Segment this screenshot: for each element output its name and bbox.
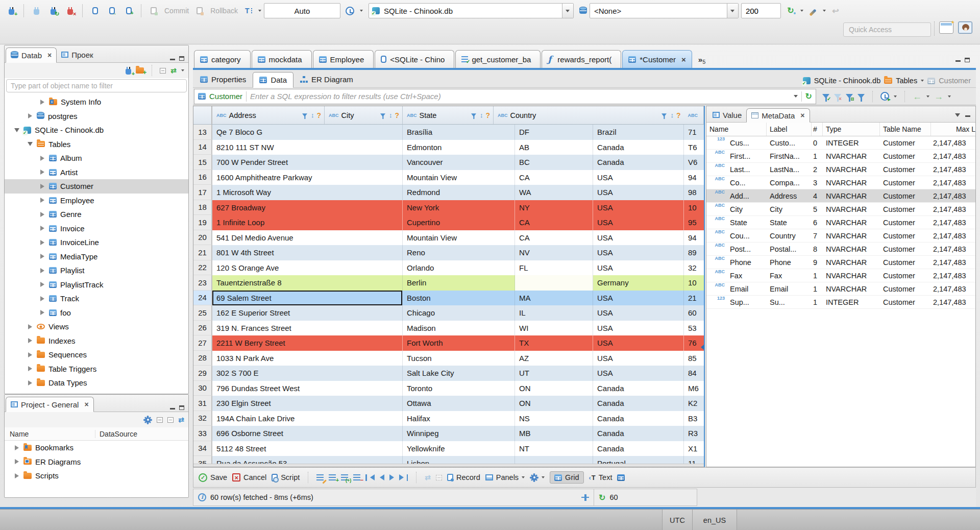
metadata-row[interactable]: 123Cus... Custo... 0 INTEGER Customer 2,…: [706, 136, 975, 150]
column-header[interactable]: ABC ↕ ?: [684, 106, 704, 124]
minimize-button[interactable]: [963, 111, 972, 119]
metadata-row[interactable]: ABCCo... Compa... 3 NVARCHAR Customer 2,…: [706, 176, 975, 189]
minimize-button[interactable]: [168, 54, 177, 62]
editor-tab[interactable]: <SQLite - Chino: [375, 50, 454, 68]
cell-address[interactable]: 1 Infinite Loop: [212, 215, 403, 230]
tree-item[interactable]: SQLite - Chinook.db: [5, 123, 188, 137]
cell-postalcode[interactable]: 71: [684, 125, 704, 140]
script-button[interactable]: Script: [272, 473, 300, 481]
cell-country[interactable]: USA: [593, 170, 684, 185]
row-number-cell[interactable]: 20: [193, 230, 212, 246]
expand-arrow-icon[interactable]: [15, 459, 19, 464]
tree-item[interactable]: MediaType: [5, 250, 188, 264]
table-row[interactable]: 19 1 Infinite Loop Cupertino CA USA 95: [193, 215, 704, 230]
table-row[interactable]: 27 2211 W Berry Street Fort Worth TX USA…: [193, 335, 704, 351]
timer-dropdown[interactable]: [894, 95, 897, 98]
cell-address[interactable]: 302 S 700 E: [212, 366, 403, 381]
cell-state[interactable]: NS: [515, 411, 593, 426]
cell-postalcode[interactable]: 32: [684, 260, 704, 276]
row-number-cell[interactable]: 27: [193, 335, 212, 351]
cell-country[interactable]: Canada: [593, 155, 684, 170]
horizontal-scrollbar[interactable]: [193, 464, 704, 467]
sort-icon[interactable]: ↕: [311, 111, 314, 119]
cell-country[interactable]: Canada: [593, 411, 684, 426]
fit-columns-icon[interactable]: [581, 494, 589, 501]
add-row-button[interactable]: +: [329, 474, 336, 480]
expand-all-icon[interactable]: [167, 417, 174, 423]
view-menu-dropdown[interactable]: [181, 69, 184, 71]
last-row-button[interactable]: [399, 474, 408, 481]
maximize-button[interactable]: [963, 56, 972, 64]
locale-indicator[interactable]: en_US: [692, 510, 737, 530]
new-connection-icon[interactable]: +: [126, 69, 131, 75]
sql-editor-button[interactable]: [88, 4, 102, 18]
tab-value[interactable]: Value: [708, 108, 746, 122]
link-with-editor-icon[interactable]: [170, 66, 177, 75]
sql-filter-input[interactable]: [250, 92, 790, 101]
fetch-previous-icon[interactable]: ←: [913, 92, 922, 101]
cell-state[interactable]: CA: [515, 170, 593, 185]
table-row[interactable]: 28 1033 N Park Ave Tucson AZ USA 85: [193, 351, 704, 366]
tree-item[interactable]: Views: [5, 320, 188, 334]
expand-arrow-icon[interactable]: [40, 100, 44, 105]
editor-tab[interactable]: Employee: [313, 50, 374, 68]
column-header-datasource[interactable]: DataSource: [95, 430, 137, 438]
metadata-row[interactable]: ABCPhone Phone 9 NVARCHAR Customer 2,147…: [706, 256, 975, 269]
sync-connection-button[interactable]: [783, 4, 798, 18]
column-filter-icon[interactable]: [380, 113, 385, 116]
cell-address[interactable]: 120 S Orange Ave: [212, 260, 403, 276]
cell-postalcode[interactable]: 94: [684, 170, 704, 185]
cell-state[interactable]: NY: [515, 200, 593, 215]
cell-country[interactable]: Canada: [593, 381, 684, 396]
tab-project-general[interactable]: Project - General ×: [6, 397, 94, 412]
schema-select[interactable]: <None>: [590, 3, 739, 18]
cell-postalcode[interactable]: V6: [684, 155, 704, 170]
sort-icon[interactable]: ↕: [670, 111, 674, 119]
settings-button[interactable]: [530, 473, 545, 482]
column-hint-icon[interactable]: ?: [316, 111, 321, 119]
cell-state[interactable]: ON: [515, 396, 593, 411]
connection-select[interactable]: SQLite - Chinook.db: [369, 3, 574, 18]
cell-city[interactable]: Madison: [403, 321, 515, 336]
column-hint-icon[interactable]: ?: [485, 111, 490, 119]
delete-row-button[interactable]: −: [353, 474, 360, 480]
column-header[interactable]: ABC Address ↕ ?: [212, 106, 325, 124]
row-number-cell[interactable]: 33: [193, 426, 212, 441]
expand-arrow-icon[interactable]: [40, 240, 44, 245]
cell-state[interactable]: BC: [515, 155, 593, 170]
extra-view-button[interactable]: [617, 474, 625, 481]
cell-state[interactable]: AB: [515, 140, 593, 155]
close-icon[interactable]: ×: [84, 401, 88, 408]
cell-country[interactable]: USA: [593, 321, 684, 336]
cell-postalcode[interactable]: 21: [684, 291, 704, 306]
cell-state[interactable]: NT: [515, 441, 593, 456]
table-row[interactable]: 18 627 Broadway New York NY USA 10: [193, 200, 704, 215]
cell-city[interactable]: Mountain View: [403, 170, 515, 185]
cell-state[interactable]: NV: [515, 245, 593, 260]
transaction-dropdown[interactable]: [258, 10, 261, 12]
row-number-cell[interactable]: 15: [193, 155, 212, 170]
table-row[interactable]: 15 700 W Pender Street Vancouver BC Cana…: [193, 155, 704, 170]
object-filter-input[interactable]: [6, 79, 187, 92]
cell-country[interactable]: Brazil: [593, 125, 684, 140]
tree-item[interactable]: Track: [5, 292, 188, 306]
cell-postalcode[interactable]: 95: [684, 215, 704, 230]
row-number-cell[interactable]: 34: [193, 441, 212, 456]
cell-city[interactable]: Reno: [403, 245, 515, 260]
column-header[interactable]: ABC Country ↕ ?: [494, 106, 684, 124]
expand-arrow-icon[interactable]: [40, 170, 44, 175]
breadcrumb-entity[interactable]: Customer: [939, 77, 971, 85]
expand-arrow-icon[interactable]: [40, 254, 44, 259]
editor-tab[interactable]: rewards_report(: [542, 50, 621, 68]
reconnect-button[interactable]: ↻: [46, 4, 60, 18]
minimize-button[interactable]: [168, 403, 177, 412]
cell-address[interactable]: 319 N. Frances Street: [212, 321, 403, 336]
refresh-icon[interactable]: [805, 91, 812, 101]
expand-arrow-icon[interactable]: [28, 380, 32, 386]
row-number-cell[interactable]: 30: [193, 381, 212, 396]
metadata-row[interactable]: 123Sup... Su... 1 INTEGER Customer 2,147…: [706, 296, 975, 309]
commit-mode-select[interactable]: Auto: [264, 3, 340, 18]
panel-menu-icon[interactable]: [955, 113, 960, 117]
expand-arrow-icon[interactable]: [40, 268, 44, 273]
tree-item[interactable]: InvoiceLine: [5, 235, 188, 250]
